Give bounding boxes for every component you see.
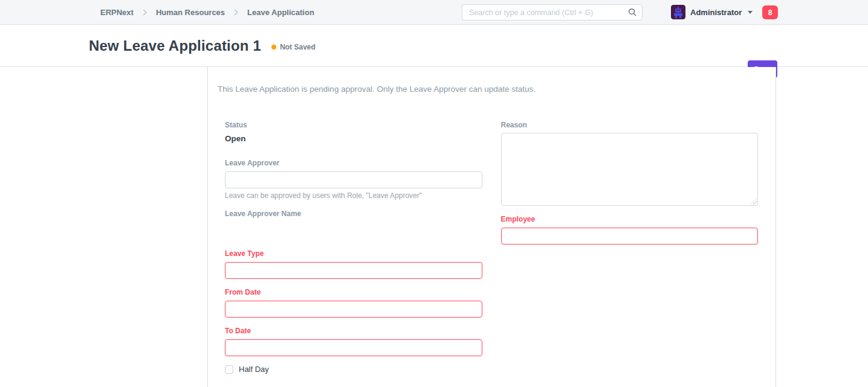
caret-down-icon (748, 11, 753, 14)
leave-approver-help: Leave can be approved by users with Role… (225, 191, 482, 200)
save-status-text: Not Saved (280, 43, 316, 51)
field-reason: Reason (501, 121, 759, 206)
from-date-input[interactable] (225, 301, 482, 318)
breadcrumb-leave-application[interactable]: Leave Application (247, 8, 314, 17)
user-menu[interactable]: Administrator (671, 0, 753, 24)
field-employee: Employee (501, 215, 759, 245)
leave-approver-name-label: Leave Approver Name (225, 209, 482, 218)
status-value: Open (225, 134, 482, 143)
field-half-day[interactable]: Half Day (225, 365, 482, 374)
status-dot (271, 45, 276, 50)
leave-application-form: This Leave Application is pending approv… (207, 67, 776, 387)
global-search (462, 4, 643, 21)
breadcrumb-human-resources[interactable]: Human Resources (156, 8, 225, 17)
user-name: Administrator (690, 8, 742, 17)
field-leave-approver-name: Leave Approver Name (225, 209, 482, 218)
half-day-label: Half Day (239, 365, 269, 374)
leave-approver-input[interactable] (225, 171, 482, 188)
navbar: ERPNext Human Resources Leave Applicatio… (0, 0, 868, 25)
field-leave-approver: Leave Approver Leave can be approved by … (225, 159, 482, 200)
search-icon[interactable] (628, 8, 637, 19)
chevron-right-icon (141, 9, 148, 16)
breadcrumb: ERPNext Human Resources Leave Applicatio… (100, 0, 314, 24)
to-date-label: To Date (225, 327, 482, 335)
leave-approver-label: Leave Approver (225, 159, 482, 167)
employee-label: Employee (501, 215, 759, 223)
field-from-date: From Date (225, 288, 482, 318)
field-leave-type: Leave Type (225, 249, 482, 279)
field-to-date: To Date (225, 327, 482, 356)
chevron-right-icon (233, 9, 239, 16)
half-day-checkbox[interactable] (225, 365, 233, 374)
avatar (671, 5, 685, 19)
page-header: New Leave Application 1 Not Saved Save (0, 25, 868, 67)
pending-approval-message: This Leave Application is pending approv… (218, 83, 766, 95)
reason-label: Reason (501, 121, 759, 129)
page-title: New Leave Application 1 (89, 37, 261, 54)
notifications-badge[interactable]: 8 (762, 5, 778, 19)
status-label: Status (225, 121, 482, 129)
form-column-left: Status Open Leave Approver Leave can be … (225, 121, 482, 374)
save-status-indicator: Not Saved (271, 43, 316, 51)
form-column-right: Reason Employee (501, 121, 759, 374)
reason-textarea[interactable] (501, 133, 759, 206)
from-date-label: From Date (225, 288, 482, 296)
field-status: Status Open (225, 121, 482, 143)
leave-type-label: Leave Type (225, 249, 482, 258)
to-date-input[interactable] (225, 339, 482, 356)
employee-input[interactable] (501, 228, 759, 245)
leave-type-input[interactable] (225, 262, 482, 279)
breadcrumb-erpnext[interactable]: ERPNext (100, 8, 134, 17)
search-input[interactable] (462, 4, 643, 21)
